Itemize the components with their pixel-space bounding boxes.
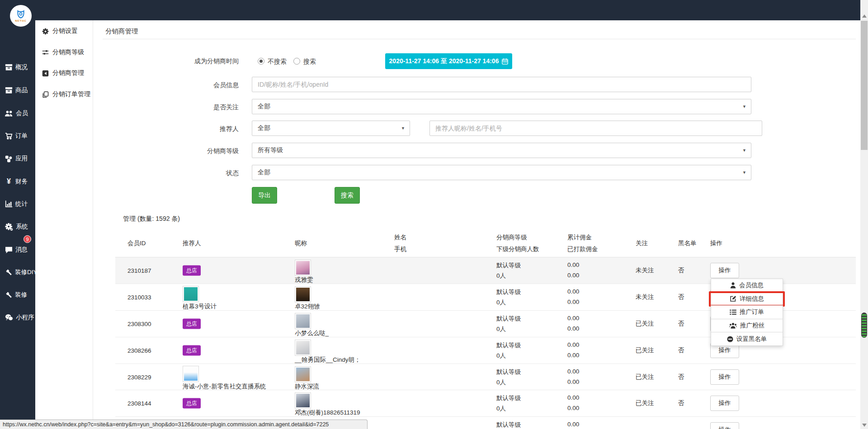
level-select-value: 所有等级 <box>258 146 283 154</box>
form-label-referrer: 推荐人 <box>126 125 239 133</box>
date-range-value: 2020-11-27 14:06 至 2020-11-27 14:06 <box>389 57 499 65</box>
referrer-select[interactable]: 全部 ▼ <box>252 121 410 136</box>
avatar <box>295 366 311 382</box>
scrollbar-up-arrow[interactable] <box>862 14 867 18</box>
row-action-button[interactable]: 操作 <box>710 263 739 278</box>
recording-indicator <box>861 312 867 338</box>
member-id: 2308300 <box>127 321 151 327</box>
col-level: 分销商等级 <box>496 233 527 242</box>
sidebar-item-xitong[interactable]: 系统 <box>0 218 35 236</box>
dropdown-item-detail-info[interactable]: 详细信息 <box>711 292 783 306</box>
row-action-button[interactable]: 操作 <box>710 369 739 385</box>
sidebar-item-huiyuan[interactable]: 会员 <box>0 104 35 122</box>
app-logo[interactable]: NETHC <box>10 5 32 27</box>
copy-icon <box>42 91 49 98</box>
sidebar-item-zhuangxiu[interactable]: 装修 <box>0 286 35 304</box>
col-nickname: 昵称 <box>295 239 307 247</box>
dropdown-item-set-blacklist[interactable]: 设置黑名单 <box>711 332 783 346</box>
col-action: 操作 <box>710 239 722 247</box>
sidebar-item-xiaoxi[interactable]: 消息 9 <box>0 241 35 259</box>
col-member-id: 会员ID <box>127 239 146 247</box>
avatar <box>295 286 311 303</box>
main-sidebar: 概况 商品 会员 订单 应用 ¥ 财务 统计 <box>0 20 35 429</box>
follow-status: 未关注 <box>636 293 654 301</box>
topbar <box>0 0 860 20</box>
scrollbar-down-arrow[interactable] <box>862 424 867 427</box>
dropdown-item-promo-orders[interactable]: 推广订单 <box>711 305 783 319</box>
logo-text: NETHC <box>15 19 27 22</box>
status-select-value: 全部 <box>258 168 270 177</box>
dropdown-item-promo-fans[interactable]: 推广粉丝 <box>711 319 783 333</box>
dropdown-item-member-info[interactable]: 会员信息 <box>711 279 783 293</box>
submenu-item-fenxiaoshang-dengji[interactable]: 分销商等级 <box>35 45 93 60</box>
cubes-icon <box>5 155 13 163</box>
chat-icon <box>5 247 13 253</box>
col-follow: 关注 <box>636 239 648 247</box>
form-label-status: 状态 <box>126 169 239 177</box>
follow-status: 未关注 <box>636 266 654 275</box>
message-count-badge: 9 <box>24 235 31 243</box>
level-select[interactable]: 所有等级 ▼ <box>252 143 751 158</box>
referrer-name: 海诚-小意-新零售社交直播系统 <box>183 382 266 391</box>
box-icon <box>5 87 13 94</box>
submenu-item-fenxiao-shezhi[interactable]: 分销设置 <box>35 23 93 39</box>
referrer-name: 植幕3号设计 <box>183 303 217 311</box>
box-arrow-icon <box>42 70 49 77</box>
follow-status: 已关注 <box>636 399 654 407</box>
table-row[interactable]: 2308229 海诚-小意-新零售社交直播系统 静水深流 默认等级 0人 0.0… <box>115 364 856 390</box>
search-button[interactable]: 搜索 <box>335 187 360 204</box>
gear-icon <box>42 28 49 35</box>
date-range-button[interactable]: 2020-11-27 14:06 至 2020-11-27 14:06 <box>385 53 512 69</box>
sidebar-item-gaikuang[interactable]: 概况 <box>0 58 35 76</box>
chevron-down-icon: ▼ <box>742 170 746 175</box>
table-row[interactable]: 2308144 总店 邓杰(樹養)18826511319 默认等级 0人 0.0… <box>115 390 856 417</box>
form-label-time: 成为分销商时间 <box>126 57 239 65</box>
follow-status: 已关注 <box>636 346 654 354</box>
referrer-avatar <box>183 366 199 382</box>
row-action-button[interactable]: 操作 <box>710 396 739 411</box>
follow-select[interactable]: 全部 ▼ <box>252 99 751 114</box>
sidebar-item-xiaochengxu[interactable]: 小程序 <box>0 308 35 326</box>
submenu-item-fenxiaoshang-guanli[interactable]: 分销商管理 <box>35 65 93 81</box>
avatar <box>295 392 311 409</box>
radio-search[interactable] <box>293 58 300 65</box>
edit-icon <box>730 295 736 302</box>
follow-status: 已关注 <box>636 373 654 381</box>
avatar <box>295 313 311 329</box>
sidebar-item-tongji[interactable]: 统计 <box>0 195 35 213</box>
sidebar-item-dingdan[interactable]: 订单 <box>0 127 35 145</box>
sidebar-item-caiwu[interactable]: ¥ 财务 <box>0 173 35 191</box>
status-select[interactable]: 全部 ▼ <box>252 165 751 180</box>
hammer-icon <box>5 269 12 276</box>
follow-select-value: 全部 <box>258 103 270 111</box>
row-action-button[interactable]: 操作 <box>710 422 739 429</box>
cart-icon <box>5 132 13 140</box>
member-info-input[interactable] <box>252 77 751 92</box>
member-id: 2310033 <box>127 294 151 301</box>
calendar-icon <box>502 58 508 65</box>
box-icon <box>5 64 13 71</box>
nickname: 邓杰(樹養)18826511319 <box>295 409 360 417</box>
referrer-badge: 总店 <box>183 398 201 409</box>
title-divider <box>103 39 856 39</box>
submenu-item-fenxiao-dingdan-guanli[interactable]: 分销订单管理 <box>35 87 93 102</box>
sliders-icon <box>42 49 49 56</box>
scrollbar-thumb[interactable] <box>861 21 868 150</box>
sidebar-item-yingyong[interactable]: 应用 <box>0 149 35 168</box>
block-icon <box>727 336 733 342</box>
referrer-keyword-input[interactable] <box>429 121 762 136</box>
sidebar-item-shangpin[interactable]: 商品 <box>0 81 35 99</box>
scrollbar[interactable] <box>860 0 868 429</box>
table-header: 会员ID 推荐人 昵称 姓名 手机 分销商等级 下级分销商人数 累计佣金 已打款… <box>115 228 856 257</box>
link-url: https://wx.nethc.cn/web/index.php?c=site… <box>3 421 329 428</box>
chevron-down-icon: ▼ <box>742 104 746 109</box>
referrer-badge: 总店 <box>183 266 201 276</box>
referrer-badge: 总店 <box>183 319 201 329</box>
sidebar-item-zhuangxiu-diy[interactable]: 装修DIY <box>0 263 35 281</box>
radio-no-search[interactable] <box>258 58 264 65</box>
col-commission: 累计佣金 <box>567 233 592 242</box>
export-button[interactable]: 导出 <box>252 187 277 204</box>
chevron-down-icon: ▼ <box>401 126 405 131</box>
radio-no-search-label: 不搜索 <box>268 58 287 66</box>
member-id: 2308144 <box>127 400 151 407</box>
